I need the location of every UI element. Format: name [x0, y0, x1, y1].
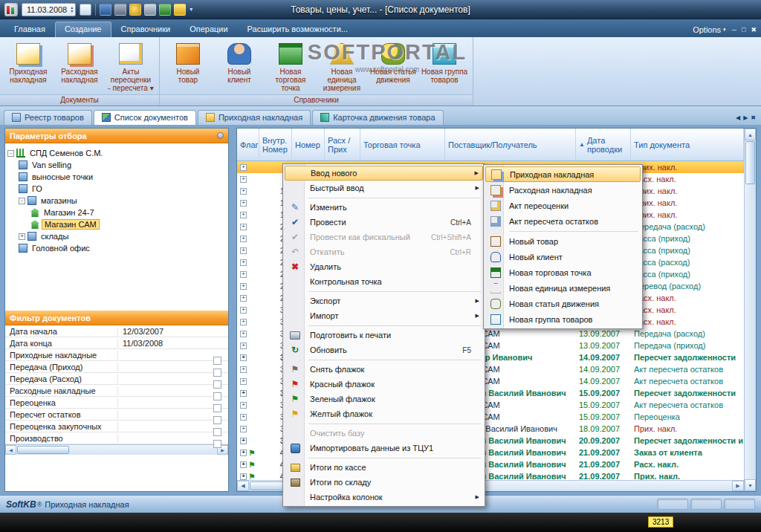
ribbon-tab[interactable]: Справочники — [111, 22, 181, 37]
context-menu-item[interactable]: Итоги по складу — [285, 475, 483, 490]
ribbon-tab[interactable]: Главная — [4, 22, 55, 37]
scroll-left-arrow-icon[interactable]: ◀ — [237, 481, 249, 491]
submenu-item[interactable]: Новый товар — [485, 233, 641, 249]
context-menu-item[interactable]: Провести как фискальный Ctrl+Shift+A — [285, 230, 483, 244]
row-expander[interactable]: + — [240, 236, 247, 242]
row-expander[interactable]: + — [240, 354, 247, 361]
document-tab[interactable]: Реестр товаров — [4, 110, 92, 125]
context-menu-item[interactable]: Красный флажок — [285, 377, 483, 392]
row-expander[interactable]: + — [240, 188, 247, 195]
row-expander[interactable]: + — [240, 473, 247, 480]
row-expander[interactable]: + — [240, 390, 247, 397]
scroll-right-arrow-icon[interactable]: ▶ — [732, 481, 744, 491]
row-expander[interactable]: + — [240, 414, 247, 421]
context-menu-item[interactable]: Подготовить к печати — [285, 328, 483, 343]
date-spinner[interactable] — [71, 6, 73, 13]
row-expander[interactable]: + — [240, 307, 247, 314]
context-menu-item[interactable]: Удалить — [285, 259, 483, 274]
submenu-item[interactable]: Новая торговая точка — [485, 265, 641, 280]
tree-item[interactable]: ГО — [7, 183, 226, 195]
tree-item[interactable]: Van selling — [7, 159, 226, 171]
submenu-item[interactable]: Расходная накладная — [485, 182, 641, 198]
scroll-left-arrow-icon[interactable]: ◀ — [5, 445, 16, 455]
document-tab[interactable]: Карточка движения товара — [312, 110, 443, 125]
filter-icon[interactable] — [174, 4, 186, 16]
row-expander[interactable]: + — [240, 259, 247, 266]
tree-item[interactable]: Магазин 24-7 — [7, 207, 226, 218]
row-expander[interactable]: + — [240, 366, 247, 373]
app-icon[interactable] — [4, 3, 18, 16]
context-menu-item[interactable]: Контрольная точка — [285, 274, 483, 289]
context-menu-item[interactable]: Зеленый флажок — [285, 392, 483, 406]
pin-icon[interactable] — [217, 132, 224, 139]
submenu-item[interactable]: Новая группа товаров — [485, 311, 641, 327]
table-header-cell[interactable]: Дата проводки — [576, 129, 631, 160]
context-menu-item[interactable]: Импорт — [285, 308, 483, 323]
ribbon-tab[interactable]: Расширить возможности... — [238, 22, 357, 37]
context-menu-item[interactable]: Импортировать данные из ТЦУ1 — [285, 441, 483, 455]
filter-checkbox[interactable] — [213, 440, 221, 448]
document-tab[interactable]: Список документов — [94, 110, 196, 125]
scroll-up-arrow-icon[interactable]: ▲ — [745, 129, 756, 140]
tabs-scroll-left-button[interactable]: ◀ — [736, 115, 740, 121]
row-expander[interactable]: + — [240, 438, 247, 444]
row-expander[interactable]: + — [240, 402, 247, 409]
row-expander[interactable]: + — [240, 295, 247, 302]
context-menu-item[interactable]: Обновить F5 — [285, 343, 483, 357]
filter-checkbox[interactable] — [213, 404, 221, 412]
row-expander[interactable]: + — [240, 426, 247, 432]
tree-expander[interactable] — [19, 198, 25, 204]
context-menu-item[interactable]: Быстрый ввод — [285, 181, 483, 195]
scrollbar-thumb[interactable] — [745, 141, 755, 184]
ribbon-button[interactable]: Новый клиент — [214, 39, 265, 94]
context-menu-item[interactable]: Изменить — [285, 200, 483, 215]
submenu-item[interactable]: Новая единица измерения — [485, 280, 641, 296]
row-expander[interactable]: + — [240, 247, 247, 254]
submenu-item[interactable]: Новый клиент — [485, 249, 641, 265]
scrollbar-track[interactable] — [745, 185, 756, 479]
ribbon-button[interactable]: Расходная накладная — [54, 39, 105, 94]
save-icon[interactable] — [100, 4, 111, 16]
table-header-cell[interactable]: Тип документа — [631, 129, 744, 160]
ribbon-tab[interactable]: Операции — [180, 22, 237, 37]
row-expander[interactable]: + — [240, 212, 247, 218]
submenu-item[interactable]: Акт переоценки — [485, 198, 641, 213]
ribbon-button[interactable]: Акты переоценки - пересчета ▾ — [106, 39, 156, 94]
close-button[interactable]: ✖ — [751, 27, 757, 33]
row-expander[interactable]: + — [240, 271, 247, 278]
filter-checkbox[interactable] — [213, 357, 221, 365]
context-menu-item[interactable]: Экспорт — [285, 293, 483, 308]
row-expander[interactable]: + — [240, 343, 247, 349]
tree-item[interactable]: магазины — [7, 195, 226, 207]
table-header-cell[interactable]: Флаг — [237, 129, 259, 160]
filter-value[interactable]: 11/03/2008 — [118, 339, 228, 348]
row-expander[interactable]: + — [240, 378, 247, 385]
taskbar-badge[interactable]: 3213 — [648, 516, 673, 528]
context-menu-item[interactable]: Снять флажок — [285, 362, 483, 377]
ribbon-button[interactable]: Новая статья движения — [368, 39, 418, 94]
row-expander[interactable]: + — [240, 450, 247, 456]
submenu-item[interactable]: Новая статья движения — [485, 296, 641, 311]
filter-value[interactable]: 12/03/2007 — [118, 327, 228, 336]
filter-horizontal-scrollbar[interactable]: ◀ ▶ — [5, 444, 228, 455]
context-menu-item[interactable]: Итоги по кассе — [285, 460, 483, 475]
coins-icon[interactable] — [129, 4, 141, 16]
calculator-icon[interactable] — [114, 4, 126, 16]
ribbon-button[interactable]: Новая группа товаров — [419, 39, 470, 94]
filter-checkbox[interactable] — [213, 369, 221, 377]
printer-icon[interactable] — [144, 4, 156, 16]
scrollbar-track[interactable] — [70, 445, 217, 455]
chart-icon[interactable] — [159, 4, 171, 16]
document-tab[interactable]: Приходная накладная — [198, 110, 311, 125]
row-expander[interactable]: + — [240, 200, 247, 207]
tabs-scroll-right-button[interactable]: ▶ — [743, 115, 748, 121]
toolbar-overflow-chevron-icon[interactable]: ▾ — [190, 6, 192, 13]
context-menu-item[interactable]: Откатить Ctrl+R — [285, 244, 483, 259]
context-menu-item[interactable]: Ввод нового — [285, 166, 483, 181]
ribbon-button[interactable]: Новая единица измерения — [317, 39, 367, 94]
options-menu[interactable]: Options ▾ — [693, 25, 725, 34]
calendar-icon[interactable] — [80, 4, 91, 16]
table-header-cell[interactable]: Торговая точка — [360, 129, 445, 160]
table-vertical-scrollbar[interactable]: ▲ ▼ — [744, 129, 756, 491]
tree-item[interactable]: Головной офис — [7, 242, 226, 254]
